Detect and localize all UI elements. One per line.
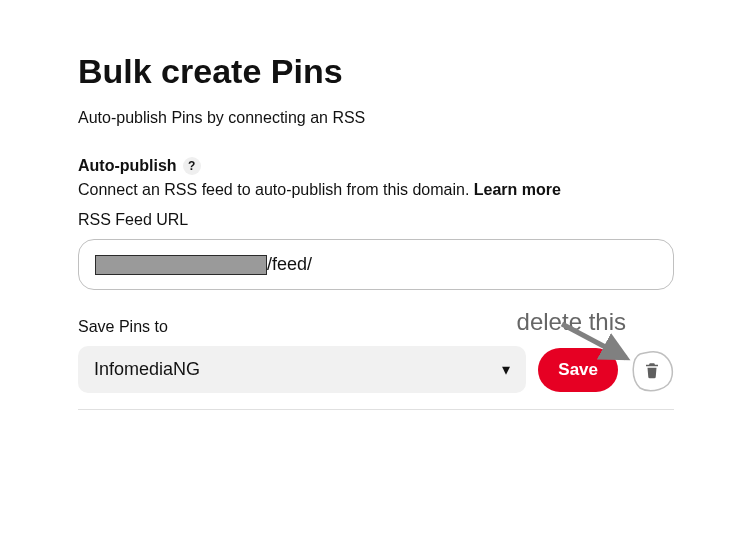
rss-url-value-tail: /feed/ [267,254,312,275]
divider [78,409,674,410]
help-icon[interactable]: ? [183,157,201,175]
auto-publish-desc-text: Connect an RSS feed to auto-publish from… [78,181,474,198]
learn-more-link[interactable]: Learn more [474,181,561,198]
auto-publish-label: Auto-publish [78,157,177,175]
auto-publish-description: Connect an RSS feed to auto-publish from… [78,181,674,199]
rss-url-label: RSS Feed URL [78,211,674,229]
board-select[interactable]: InfomediaNG ▾ [78,346,526,393]
save-row: delete this InfomediaNG ▾ Save [78,346,674,393]
redacted-url-segment [95,255,267,275]
chevron-down-icon: ▾ [502,360,510,379]
page-title: Bulk create Pins [78,52,674,91]
annotation-circle-icon [630,348,674,392]
page-subtitle: Auto-publish Pins by connecting an RSS [78,109,674,127]
rss-url-input[interactable]: /feed/ [78,239,674,290]
board-select-value: InfomediaNG [94,359,200,380]
